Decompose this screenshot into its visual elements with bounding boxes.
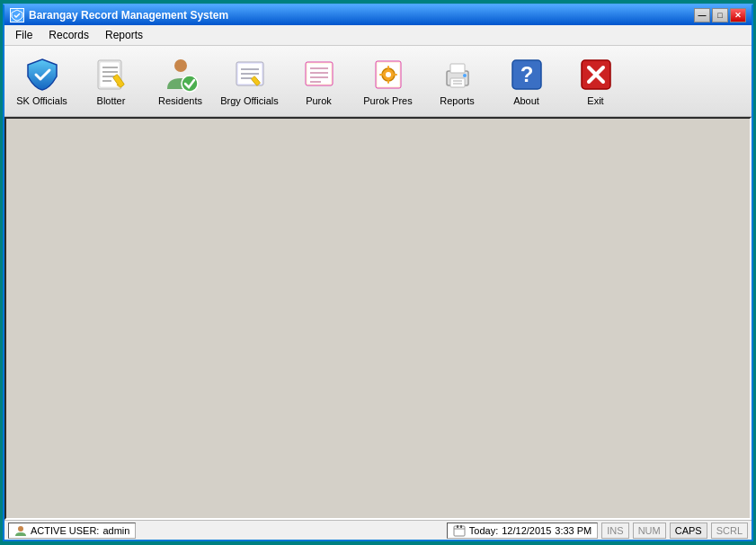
toolbar: SK Officials Blotter	[4, 46, 752, 117]
sk-officials-icon	[23, 56, 61, 94]
purok-icon	[300, 56, 338, 94]
active-user-section: ACTIVE USER: admin	[8, 523, 136, 539]
sk-officials-label: SK Officials	[16, 95, 67, 106]
time-value: 3:33 PM	[555, 525, 591, 536]
purok-pres-button[interactable]: Purok Pres	[354, 49, 422, 112]
svg-rect-44	[457, 525, 458, 528]
title-bar-left: Barangay Record Management System	[10, 8, 228, 22]
ins-key: INS	[601, 523, 628, 539]
maximize-button[interactable]: □	[712, 8, 728, 22]
svg-point-8	[174, 59, 187, 72]
exit-icon	[577, 56, 615, 94]
svg-text:?: ?	[520, 62, 533, 86]
exit-label: Exit	[587, 95, 603, 106]
about-label: About	[513, 95, 539, 106]
svg-rect-26	[387, 66, 389, 69]
menu-reports[interactable]: Reports	[98, 27, 150, 43]
purok-pres-label: Purok Pres	[363, 95, 412, 106]
main-content-area	[4, 117, 752, 520]
reports-icon	[439, 56, 476, 94]
svg-rect-32	[450, 78, 465, 87]
svg-rect-42	[454, 526, 465, 536]
svg-rect-27	[387, 80, 389, 84]
about-button[interactable]: ? About	[493, 49, 560, 112]
date-value: 12/12/2015	[502, 525, 551, 536]
purok-button[interactable]: Purok	[285, 49, 352, 112]
sk-officials-button[interactable]: SK Officials	[8, 49, 76, 112]
blotter-label: Blotter	[97, 95, 126, 106]
purok-pres-icon	[369, 56, 407, 94]
menu-bar: File Records Reports	[4, 25, 752, 46]
blotter-button[interactable]: Blotter	[77, 49, 145, 112]
residents-label: Residents	[158, 95, 202, 106]
title-bar-controls: — □ ✕	[694, 8, 746, 22]
svg-point-35	[463, 74, 467, 77]
calendar-icon	[453, 524, 466, 537]
status-bar: ACTIVE USER: admin Today: 12/12/2015 3:3…	[4, 520, 752, 540]
caps-key: CAPS	[670, 523, 707, 539]
username-value: admin	[102, 525, 129, 536]
app-icon	[10, 8, 24, 22]
svg-point-9	[182, 76, 198, 92]
svg-point-25	[386, 72, 391, 77]
status-datetime: Today: 12/12/2015 3:33 PM	[447, 523, 598, 539]
svg-point-41	[18, 526, 23, 532]
num-key: NUM	[633, 523, 666, 539]
brgy-officials-button[interactable]: Brgy Officials	[216, 49, 283, 112]
svg-rect-45	[460, 525, 462, 528]
window-title: Barangay Record Management System	[29, 9, 228, 22]
reports-label: Reports	[440, 95, 475, 106]
brgy-officials-label: Brgy Officials	[220, 95, 279, 106]
brgy-officials-icon	[231, 56, 269, 94]
reports-button[interactable]: Reports	[423, 49, 491, 112]
purok-label: Purok	[306, 95, 332, 106]
main-window: Barangay Record Management System — □ ✕ …	[3, 4, 753, 541]
menu-file[interactable]: File	[8, 27, 40, 43]
blotter-icon	[93, 56, 130, 94]
svg-rect-29	[394, 74, 397, 76]
svg-rect-17	[307, 64, 331, 84]
residents-icon	[162, 56, 200, 94]
scrl-key: SCRL	[711, 523, 748, 539]
today-label: Today:	[469, 525, 498, 536]
exit-button[interactable]: Exit	[562, 49, 629, 112]
minimize-button[interactable]: —	[694, 8, 710, 22]
user-icon	[14, 524, 27, 537]
menu-records[interactable]: Records	[41, 27, 96, 43]
residents-button[interactable]: Residents	[147, 49, 214, 112]
svg-rect-31	[450, 64, 465, 73]
about-icon: ?	[508, 56, 546, 94]
title-bar: Barangay Record Management System — □ ✕	[4, 5, 752, 25]
svg-rect-28	[379, 74, 383, 76]
close-button[interactable]: ✕	[730, 8, 746, 22]
active-user-label: ACTIVE USER:	[31, 525, 99, 536]
